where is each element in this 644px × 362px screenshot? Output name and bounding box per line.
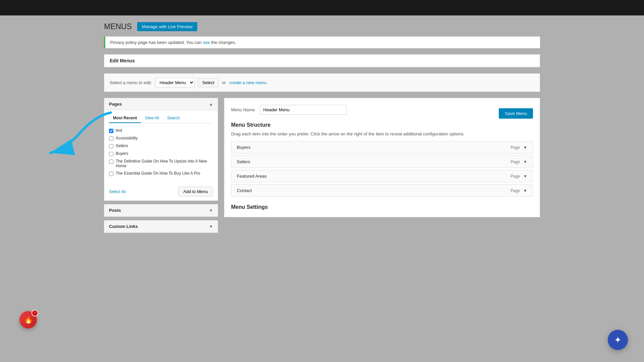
page-label-accessibility: Accessibility — [116, 136, 138, 140]
menu-item-sellers[interactable]: Sellers Page ▼ — [231, 156, 533, 168]
pages-panel-content: Most Recent View All Search test — [104, 110, 218, 184]
menu-name-label: Menu Name — [231, 107, 255, 112]
pages-panel-header[interactable]: Pages ▲ — [104, 98, 218, 110]
list-item: Accessibility — [109, 134, 213, 142]
page-label-definitive: The Definitive Guide On How To Upsize In… — [116, 159, 213, 168]
pages-panel-actions: Select All Add to Menu — [104, 184, 218, 200]
menu-item-type: Page — [511, 160, 520, 164]
menu-item-label: Buyers — [237, 145, 250, 150]
custom-links-collapse-icon: ▼ — [209, 224, 213, 229]
menu-item-expand-icon[interactable]: ▼ — [523, 145, 527, 150]
add-to-menu-button[interactable]: Add to Menu — [178, 187, 213, 196]
select-menu-button[interactable]: Select — [198, 78, 219, 87]
menu-item-right: Page ▼ — [511, 160, 527, 164]
pages-tabs: Most Recent View All Search — [109, 114, 213, 123]
right-panel: Menu Name Save Menu Menu Structure Drag … — [224, 98, 540, 217]
page-checkbox-essential[interactable] — [109, 172, 113, 176]
menu-instructions: Drag each item into the order you prefer… — [231, 131, 533, 136]
notice-bar: Privacy policy page has been updated. Yo… — [104, 37, 540, 48]
edit-menus-header: Edit Menus — [104, 55, 540, 67]
page-title: MENUS — [104, 22, 132, 31]
custom-links-panel: Custom Links ▼ — [104, 220, 218, 233]
menu-item-label: Contact — [237, 188, 252, 193]
menu-item-type: Page — [511, 145, 520, 150]
menu-item-right: Page ▼ — [511, 188, 527, 193]
pages-panel: Pages ▲ Most Recent View All Search — [104, 98, 218, 201]
pages-checkbox-list: test Accessibility Sellers — [109, 127, 213, 177]
tab-search[interactable]: Search — [163, 114, 184, 123]
page-checkbox-accessibility[interactable] — [109, 136, 113, 141]
custom-links-panel-header[interactable]: Custom Links ▼ — [104, 221, 218, 233]
or-text: or — [222, 80, 226, 85]
top-bar — [0, 0, 644, 15]
list-item: Buyers — [109, 150, 213, 158]
page-label-essential: The Essential Guide On How To Buy Like A… — [116, 171, 200, 176]
menu-select-dropdown[interactable]: Header Menu — [155, 78, 195, 87]
menu-item-buyers[interactable]: Buyers Page ▼ — [231, 141, 533, 154]
edit-menus-section: Edit Menus — [104, 54, 540, 67]
menu-structure-title: Menu Structure — [231, 122, 533, 128]
page-checkbox-test[interactable] — [109, 129, 113, 133]
create-new-menu-link[interactable]: create a new menu. — [229, 80, 267, 85]
list-item: Sellers — [109, 142, 213, 150]
page-checkbox-definitive[interactable] — [109, 160, 113, 164]
menu-item-featured-areas[interactable]: Featured Areas Page ▼ — [231, 170, 533, 182]
menu-item-expand-icon[interactable]: ▼ — [523, 174, 527, 179]
notice-text2: the changes. — [210, 40, 236, 45]
select-all-link[interactable]: Select All — [109, 189, 125, 194]
posts-collapse-icon: ▼ — [209, 208, 213, 213]
menu-item-right: Page ▼ — [511, 145, 527, 150]
two-col-layout: Pages ▲ Most Recent View All Search — [104, 98, 540, 236]
posts-panel: Posts ▼ — [104, 204, 218, 217]
menu-name-row: Menu Name — [231, 105, 347, 115]
menu-name-save-wrap: Menu Name Save Menu — [231, 105, 533, 122]
page-label-test: test — [116, 128, 122, 133]
custom-links-title: Custom Links — [109, 224, 138, 229]
menu-item-contact[interactable]: Contact Page ▼ — [231, 184, 533, 197]
menu-item-type: Page — [511, 188, 520, 193]
page-header: MENUS Manage with Live Preview — [104, 22, 540, 31]
left-panel: Pages ▲ Most Recent View All Search — [104, 98, 218, 236]
menu-item-expand-icon[interactable]: ▼ — [523, 160, 527, 164]
select-menu-label: Select a menu to edit: — [110, 80, 152, 85]
menu-item-label: Sellers — [237, 159, 250, 164]
pages-panel-title: Pages — [109, 102, 122, 107]
notice-see-link[interactable]: see — [203, 40, 210, 45]
list-item: The Definitive Guide On How To Upsize In… — [109, 158, 213, 170]
notice-text: Privacy policy page has been updated. Yo… — [110, 40, 203, 45]
select-menu-row: Select a menu to edit: Header Menu Selec… — [104, 73, 540, 92]
tab-view-all[interactable]: View All — [141, 114, 163, 123]
menu-item-expand-icon[interactable]: ▼ — [523, 188, 527, 193]
page-checkbox-sellers[interactable] — [109, 144, 113, 148]
list-item: The Essential Guide On How To Buy Like A… — [109, 170, 213, 177]
menu-item-right: Page ▼ — [511, 174, 527, 179]
live-preview-button[interactable]: Manage with Live Preview — [137, 22, 197, 31]
save-menu-button[interactable]: Save Menu — [499, 108, 533, 119]
menu-item-type: Page — [511, 174, 520, 179]
posts-panel-title: Posts — [109, 208, 121, 213]
menu-name-input[interactable] — [260, 105, 347, 115]
menu-item-label: Featured Areas — [237, 174, 267, 179]
pages-collapse-icon: ▲ — [209, 102, 213, 107]
list-item: test — [109, 127, 213, 134]
posts-panel-header[interactable]: Posts ▼ — [104, 204, 218, 217]
page-checkbox-buyers[interactable] — [109, 152, 113, 156]
menu-settings-title: Menu Settings — [231, 204, 533, 210]
menu-items-list: Buyers Page ▼ Sellers Page ▼ — [231, 141, 533, 197]
page-label-buyers: Buyers — [116, 151, 128, 156]
tab-most-recent[interactable]: Most Recent — [109, 114, 141, 123]
page-label-sellers: Sellers — [116, 143, 128, 148]
